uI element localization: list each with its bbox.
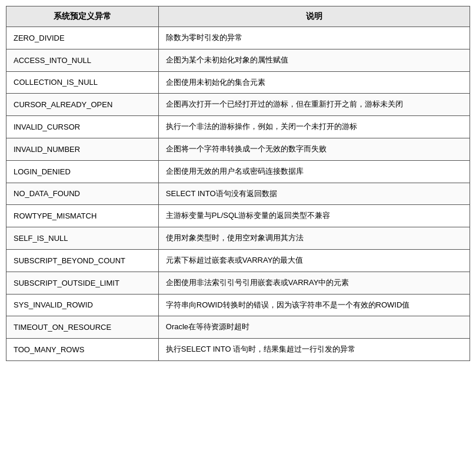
- header-exception: 系统预定义异常: [6, 6, 159, 27]
- exception-name: ZERO_DIVIDE: [6, 27, 159, 49]
- exception-desc: 企图使用非法索引引号引用嵌套表或VARRAY中的元素: [158, 272, 470, 294]
- exception-name: ACCESS_INTO_NULL: [6, 49, 159, 71]
- table-row: SELF_IS_NULL使用对象类型时，使用空对象调用其方法: [6, 227, 470, 250]
- table-row: TIMEOUT_ON_RESOURCEOracle在等待资源时超时: [6, 316, 470, 339]
- exception-name: INVALID_NUMBER: [6, 138, 159, 160]
- exception-name: NO_DATA_FOUND: [6, 183, 159, 205]
- exception-desc: 使用对象类型时，使用空对象调用其方法: [158, 227, 470, 250]
- exception-name: SELF_IS_NULL: [6, 227, 159, 250]
- exception-desc: 企图使用无效的用户名或密码连接数据库: [158, 160, 470, 183]
- exception-desc: Oracle在等待资源时超时: [158, 316, 470, 339]
- exception-desc: 执行SELECT INTO 语句时，结果集超过一行引发的异常: [158, 339, 470, 361]
- table-row: CURSOR_ALREADY_OPEN企图再次打开一个已经打开过的游标，但在重新…: [6, 94, 470, 116]
- table-row: ROWTYPE_MISMATCH主游标变量与PL/SQL游标变量的返回类型不兼容: [6, 205, 470, 227]
- table-row: TOO_MANY_ROWS执行SELECT INTO 语句时，结果集超过一行引发…: [6, 339, 470, 361]
- exception-name: TOO_MANY_ROWS: [6, 339, 159, 361]
- table-row: COLLECTION_IS_NULL企图使用未初始化的集合元素: [6, 71, 470, 94]
- exception-desc: 执行一个非法的游标操作，例如，关闭一个未打开的游标: [158, 116, 470, 138]
- table-row: SUBSCRIPT_OUTSIDE_LIMIT企图使用非法索引引号引用嵌套表或V…: [6, 272, 470, 294]
- exception-desc: 企图将一个字符串转换成一个无效的数字而失败: [158, 138, 470, 160]
- table-row: NO_DATA_FOUNDSELECT INTO语句没有返回数据: [6, 183, 470, 205]
- exception-name: LOGIN_DENIED: [6, 160, 159, 183]
- exception-desc: 元素下标超过嵌套表或VARRAY的最大值: [158, 249, 470, 272]
- table-row: INVALID_NUMBER企图将一个字符串转换成一个无效的数字而失败: [6, 138, 470, 160]
- exception-name: CURSOR_ALREADY_OPEN: [6, 94, 159, 116]
- exception-name: SYS_INVALID_ROWID: [6, 294, 159, 316]
- header-description: 说明: [158, 6, 470, 27]
- table-row: LOGIN_DENIED企图使用无效的用户名或密码连接数据库: [6, 160, 470, 183]
- exception-name: SUBSCRIPT_OUTSIDE_LIMIT: [6, 272, 159, 294]
- exception-name: SUBSCRIPT_BEYOND_COUNT: [6, 249, 159, 272]
- exception-desc: SELECT INTO语句没有返回数据: [158, 183, 470, 205]
- table-row: SYS_INVALID_ROWID字符串向ROWID转换时的错误，因为该字符串不…: [6, 294, 470, 316]
- exception-desc: 主游标变量与PL/SQL游标变量的返回类型不兼容: [158, 205, 470, 227]
- exception-table: 系统预定义异常 说明 ZERO_DIVIDE除数为零时引发的异常ACCESS_I…: [6, 6, 470, 361]
- exception-desc: 字符串向ROWID转换时的错误，因为该字符串不是一个有效的ROWID值: [158, 294, 470, 316]
- exception-name: TIMEOUT_ON_RESOURCE: [6, 316, 159, 339]
- exception-desc: 企图为某个未初始化对象的属性赋值: [158, 49, 470, 71]
- exception-desc: 除数为零时引发的异常: [158, 27, 470, 49]
- exception-desc: 企图再次打开一个已经打开过的游标，但在重新打开之前，游标未关闭: [158, 94, 470, 116]
- table-row: INVALID_CURSOR执行一个非法的游标操作，例如，关闭一个未打开的游标: [6, 116, 470, 138]
- exception-name: ROWTYPE_MISMATCH: [6, 205, 159, 227]
- table-row: ZERO_DIVIDE除数为零时引发的异常: [6, 27, 470, 49]
- exception-desc: 企图使用未初始化的集合元素: [158, 71, 470, 94]
- exception-name: INVALID_CURSOR: [6, 116, 159, 138]
- table-row: ACCESS_INTO_NULL企图为某个未初始化对象的属性赋值: [6, 49, 470, 71]
- table-row: SUBSCRIPT_BEYOND_COUNT元素下标超过嵌套表或VARRAY的最…: [6, 249, 470, 272]
- exception-name: COLLECTION_IS_NULL: [6, 71, 159, 94]
